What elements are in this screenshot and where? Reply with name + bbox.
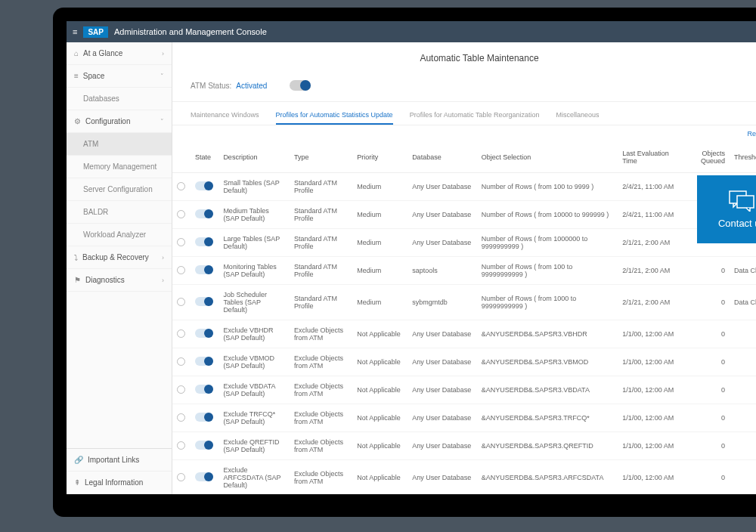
sidebar-item-atm[interactable]: ATM: [67, 133, 172, 156]
row-radio[interactable]: [177, 441, 185, 450]
col-header[interactable]: Objects Queued: [686, 142, 730, 173]
table-wrapper[interactable]: StateDescriptionTypePriorityDatabaseObje…: [172, 142, 756, 494]
row-radio[interactable]: [177, 182, 185, 190]
sidebar-item-server-configuration[interactable]: Server Configuration: [67, 178, 172, 201]
atm-status-toggle[interactable]: [290, 80, 311, 91]
hamburger-icon[interactable]: ≡: [73, 27, 77, 36]
row-state-toggle[interactable]: [195, 209, 213, 218]
sidebar-item-databases[interactable]: Databases: [67, 88, 172, 110]
cell-threshold: Data Change: [730, 257, 756, 285]
tab-miscellaneous[interactable]: Miscellaneous: [556, 107, 600, 125]
col-header[interactable]: State: [191, 142, 218, 173]
sidebar-footer-important-links[interactable]: 🔗Important Links: [67, 449, 172, 472]
sidebar-item-diagnostics[interactable]: ⚑Diagnostics›: [67, 269, 172, 292]
table-row[interactable]: Monitoring Tables (SAP Default)Standard …: [172, 257, 756, 285]
cell-database: saptools: [407, 257, 477, 285]
table-body: Small Tables (SAP Default)Standard ATM P…: [172, 173, 756, 495]
cell-priority: Medium: [352, 173, 407, 201]
cell-type: Standard ATM Profile: [290, 229, 352, 257]
row-radio[interactable]: [177, 413, 185, 422]
table-row[interactable]: Small Tables (SAP Default)Standard ATM P…: [172, 173, 756, 201]
col-header[interactable]: [172, 142, 191, 173]
row-state-toggle[interactable]: [195, 329, 213, 338]
tab-profiles-for-automatic-statistics-update[interactable]: Profiles for Automatic Statistics Update: [276, 107, 393, 125]
row-state-toggle[interactable]: [195, 265, 213, 274]
cell-type: Exclude Objects from ATM: [290, 460, 352, 495]
sidebar-item-workload-analyzer[interactable]: Workload Analyzer: [67, 224, 172, 246]
cell-type: Standard ATM Profile: [290, 173, 352, 201]
cell-priority: Not Applicable: [352, 376, 407, 404]
table-row[interactable]: Exclude TRFCQ* (SAP Default)Exclude Obje…: [172, 404, 756, 432]
row-radio[interactable]: [177, 357, 185, 366]
cell-last_eval: 2/1/21, 2:00 AM: [618, 285, 686, 320]
row-radio[interactable]: [177, 210, 185, 218]
atm-status-label: ATM Status:: [191, 82, 231, 90]
table-row[interactable]: Exclude VBDATA (SAP Default)Exclude Obje…: [172, 376, 756, 404]
table-row[interactable]: Exclude VBHDR (SAP Default)Exclude Objec…: [172, 320, 756, 348]
col-header[interactable]: Object Selection: [477, 142, 618, 173]
sidebar-item-baldr[interactable]: BALDR: [67, 201, 172, 224]
col-header[interactable]: Last Evaluation Time: [618, 142, 686, 173]
row-state-toggle[interactable]: [195, 237, 213, 246]
row-state-toggle[interactable]: [195, 181, 213, 190]
monitor-frame: ≡ SAP Administration and Management Cons…: [53, 8, 756, 517]
chevron-icon: ›: [162, 277, 164, 284]
row-radio[interactable]: [177, 473, 185, 481]
sidebar-item-at-a-glance[interactable]: ⌂At a Glance›: [67, 42, 172, 65]
chevron-icon: ˅: [160, 118, 164, 125]
sidebar-item-backup-recovery[interactable]: ⤵Backup & Recovery›: [67, 246, 172, 269]
cell-queued: 0: [686, 285, 730, 320]
table-row[interactable]: Exclude QREFTID (SAP Default)Exclude Obj…: [172, 432, 756, 460]
sidebar-item-memory-management[interactable]: Memory Management: [67, 156, 172, 178]
col-header[interactable]: Description: [218, 142, 290, 173]
sidebar-item-label: BALDR: [83, 208, 108, 216]
row-radio[interactable]: [177, 329, 185, 338]
col-header[interactable]: Threshold Type: [730, 142, 756, 173]
row-radio[interactable]: [177, 298, 185, 306]
cell-object_selection: Number of Rows ( from 100 to 9999 ): [477, 173, 618, 201]
tabs-row: Maintenance WindowsProfiles for Automati…: [172, 102, 756, 125]
col-header[interactable]: Database: [407, 142, 477, 173]
col-header[interactable]: Type: [290, 142, 352, 173]
sidebar-item-label: Memory Management: [83, 162, 156, 171]
chevron-icon: ›: [162, 254, 164, 261]
sidebar-item-space[interactable]: ≡Space˅: [67, 65, 172, 88]
footer-icon: ⇞: [74, 478, 80, 487]
cell-description: Large Tables (SAP Default): [218, 229, 290, 257]
contact-us-panel[interactable]: Contact us: [697, 175, 756, 243]
table-row[interactable]: Job Scheduler Tables (SAP Default)Standa…: [172, 285, 756, 320]
sidebar-item-configuration[interactable]: ⚙Configuration˅: [67, 110, 172, 133]
table-row[interactable]: Exclude VBMOD (SAP Default)Exclude Objec…: [172, 348, 756, 376]
chat-icon: [729, 190, 754, 212]
tab-maintenance-windows[interactable]: Maintenance Windows: [191, 107, 259, 125]
cell-type: Exclude Objects from ATM: [290, 376, 352, 404]
table-row[interactable]: Large Tables (SAP Default)Standard ATM P…: [172, 229, 756, 257]
row-state-toggle[interactable]: [195, 413, 213, 422]
table-row[interactable]: Medium Tables (SAP Default)Standard ATM …: [172, 201, 756, 229]
app-title: Administration and Management Console: [114, 27, 267, 36]
refresh-button[interactable]: Refresh: [747, 130, 756, 138]
row-state-toggle[interactable]: [195, 472, 213, 481]
cell-description: Small Tables (SAP Default): [218, 173, 290, 201]
sidebar-footer-legal-information[interactable]: ⇞Legal Information: [67, 472, 172, 494]
row-state-toggle[interactable]: [195, 385, 213, 394]
row-radio[interactable]: [177, 385, 185, 394]
sidebar-item-label: Diagnostics: [85, 276, 125, 284]
cell-object_selection: Number of Rows ( from 1000 to 9999999999…: [477, 285, 618, 320]
cell-priority: Medium: [352, 257, 407, 285]
cell-object_selection: &ANYUSERDB&.SAPSR3.TRFCQ*: [477, 404, 618, 432]
nav-icon: ⚙: [74, 117, 81, 125]
tab-profiles-for-automatic-table-reorganization[interactable]: Profiles for Automatic Table Reorganizat…: [410, 107, 540, 125]
row-state-toggle[interactable]: [195, 357, 213, 366]
row-radio[interactable]: [177, 266, 185, 274]
cell-description: Exclude QREFTID (SAP Default): [218, 432, 290, 460]
table-row[interactable]: Exclude ARFCSDATA (SAP Default)Exclude O…: [172, 460, 756, 495]
row-state-toggle[interactable]: [195, 441, 213, 450]
row-radio[interactable]: [177, 238, 185, 246]
col-header[interactable]: Priority: [352, 142, 407, 173]
cell-last_eval: 2/1/21, 2:00 AM: [618, 229, 686, 257]
sap-logo: SAP: [83, 26, 108, 38]
cell-object_selection: &ANYUSERDB&.SAPSR3.QREFTID: [477, 432, 618, 460]
cell-description: Exclude ARFCSDATA (SAP Default): [218, 460, 290, 495]
row-state-toggle[interactable]: [195, 297, 213, 306]
